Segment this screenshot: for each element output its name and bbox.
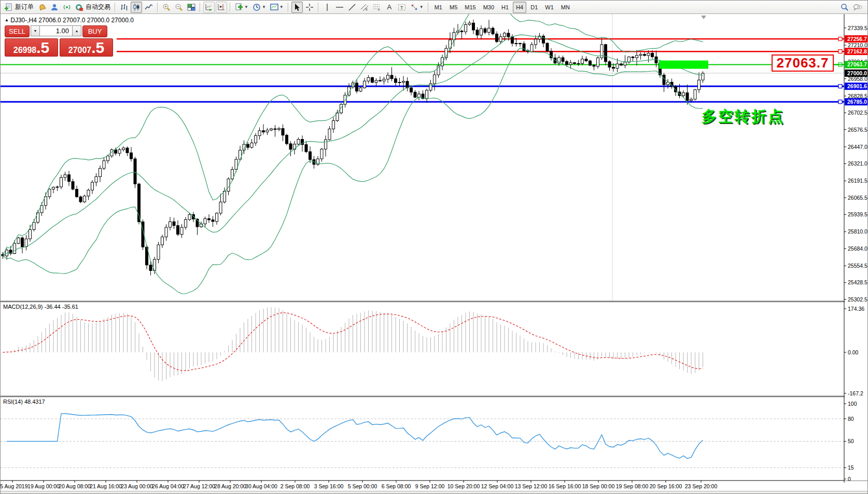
line-chart-button[interactable] [143, 2, 155, 13]
time-label: 9 Sep 12:00 [415, 483, 445, 489]
svg-text:26901.6: 26901.6 [847, 83, 867, 89]
dropdown-arrow-icon: ▼ [262, 5, 266, 9]
new-order-button[interactable]: 新订单 [3, 2, 35, 13]
indicators-button[interactable]: ▼ [233, 2, 250, 13]
vertical-line-tool-button[interactable] [321, 2, 333, 13]
timeframe-button-M5[interactable]: M5 [446, 2, 460, 13]
price-badge-27162.8: 27162.8 [845, 48, 868, 55]
svg-text:25428.5: 25428.5 [848, 279, 867, 285]
svg-text:25554.5: 25554.5 [848, 263, 867, 269]
svg-text:26576.5: 26576.5 [848, 127, 867, 133]
collapse-arrow-icon[interactable]: ▲ [5, 18, 9, 22]
svg-text:27256.7: 27256.7 [847, 36, 867, 42]
svg-text:25810.0: 25810.0 [848, 228, 867, 235]
auto-scroll-button[interactable] [203, 2, 215, 13]
tile-windows-button[interactable] [186, 2, 197, 13]
horizontal-line-tool-button[interactable] [334, 2, 345, 13]
channel-tool-button[interactable]: E [359, 2, 370, 13]
signals-icon [63, 3, 71, 11]
price-badge-27063.7: 27063.7 [845, 61, 868, 68]
timeframe-button-H4[interactable]: H4 [513, 2, 526, 13]
svg-text:25302.5: 25302.5 [848, 296, 867, 303]
search-button[interactable] [839, 2, 850, 13]
time-label: 19 Sep 08:00 [616, 483, 649, 489]
volume-increase-button[interactable]: ▲ [72, 25, 81, 36]
candlestick-chart-button[interactable] [131, 2, 142, 13]
green-highlight-box[interactable] [659, 61, 708, 69]
time-label: 2 Sep 08:00 [281, 483, 310, 489]
toolbar-separator [318, 3, 319, 12]
timeframe-button-W1[interactable]: W1 [542, 2, 557, 13]
templates-button[interactable]: ▼ [269, 2, 285, 13]
trading-terminal-window: 新订单 自动交易 [0, 0, 868, 494]
chart-shift-button[interactable] [216, 2, 227, 13]
timeframe-button-M1[interactable]: M1 [431, 2, 445, 13]
zoom-out-icon [175, 3, 183, 11]
turning-point-annotation[interactable]: 多空转折点 [702, 106, 785, 127]
zoom-out-button[interactable] [173, 2, 185, 13]
bar-chart-button[interactable] [118, 2, 130, 13]
price-badge-26901.6: 26901.6 [845, 83, 868, 90]
sell-button[interactable]: SELL [5, 25, 30, 37]
crosshair-tool-button[interactable] [304, 2, 315, 13]
svg-text:27063.7: 27063.7 [847, 61, 867, 67]
time-label: 23 Aug 00:00 [121, 483, 153, 489]
zoom-in-button[interactable] [161, 2, 172, 13]
time-label: 28 Aug 20:00 [214, 483, 246, 489]
auto-trading-button[interactable]: 自动交易 [74, 2, 112, 13]
time-label: 18 Sep 00:00 [582, 483, 615, 489]
text-label-tool-button[interactable]: T [396, 2, 408, 13]
svg-text:F: F [378, 8, 380, 11]
macd-label: MACD(12,26,9) -36.44 -35.61 [3, 304, 78, 310]
svg-text:26785.0: 26785.0 [847, 99, 867, 105]
timeframe-button-D1[interactable]: D1 [527, 2, 541, 13]
timeframe-button-M30[interactable]: M30 [480, 2, 497, 13]
time-label: 15 Aug 2019 [1, 483, 28, 489]
cursor-icon [293, 3, 301, 11]
timeframe-button-H1[interactable]: H1 [498, 2, 512, 13]
toolbar-separator [157, 3, 158, 12]
one-click-trading-panel: ▲ DJ30-,H4 27006.0 27007.0 27000.0 27000… [1, 14, 117, 59]
time-label: 10 Sep 20:00 [447, 483, 480, 489]
dropdown-arrow-icon: ▼ [244, 5, 248, 9]
zoom-in-icon [162, 3, 171, 11]
time-label: 16 Sep 16:00 [549, 483, 581, 489]
price-callout-box[interactable]: 27063.7 [772, 54, 834, 72]
text-tool-icon: A [387, 3, 391, 11]
time-label: 12 Sep 04:00 [481, 483, 514, 489]
main-toolbar: 新订单 自动交易 [1, 1, 868, 14]
time-label: 20 Sep 16:00 [650, 483, 682, 489]
svg-text:26191.5: 26191.5 [848, 177, 867, 184]
community-button[interactable] [49, 2, 60, 13]
svg-text:26065.5: 26065.5 [848, 195, 867, 201]
bid-price-box[interactable]: 26998.5 [5, 38, 58, 57]
ask-price-box[interactable]: 27007.5 [60, 38, 113, 57]
svg-text:27000.0: 27000.0 [847, 70, 867, 76]
periods-button[interactable]: ▼ [251, 2, 268, 13]
auto-scroll-icon [205, 3, 213, 11]
svg-text:27162.8: 27162.8 [847, 48, 867, 54]
ask-int: 27007 [68, 42, 92, 59]
volume-input[interactable] [40, 25, 72, 36]
ask-dec: .5 [91, 39, 104, 56]
chart-canvas[interactable]: 27339.527210.027084.826958.026828.526702… [1, 1, 868, 494]
signals-button[interactable] [61, 2, 73, 13]
timeframe-button-M15[interactable]: M15 [461, 2, 479, 13]
horizontal-line-icon [335, 3, 344, 11]
template-icon [270, 3, 278, 11]
volume-decrease-button[interactable]: ▼ [31, 25, 40, 36]
fibonacci-tool-button[interactable]: F [371, 2, 383, 13]
arrows-tool-button[interactable]: ▼ [409, 2, 425, 13]
time-label: 13 Sep 12:00 [515, 483, 548, 489]
time-label: 19 Aug 00:00 [27, 483, 60, 489]
new-order-icon [5, 3, 13, 11]
trendline-tool-button[interactable] [346, 2, 358, 13]
buy-button[interactable]: BUY [82, 25, 107, 37]
text-tool-button[interactable]: A [384, 2, 395, 13]
trendline-icon [348, 3, 356, 11]
chat-button[interactable] [851, 2, 864, 13]
timeframe-button-MN[interactable]: MN [558, 2, 573, 13]
svg-text:26447.0: 26447.0 [848, 144, 867, 150]
cursor-tool-button[interactable] [291, 2, 303, 13]
bell-button[interactable] [36, 2, 48, 13]
